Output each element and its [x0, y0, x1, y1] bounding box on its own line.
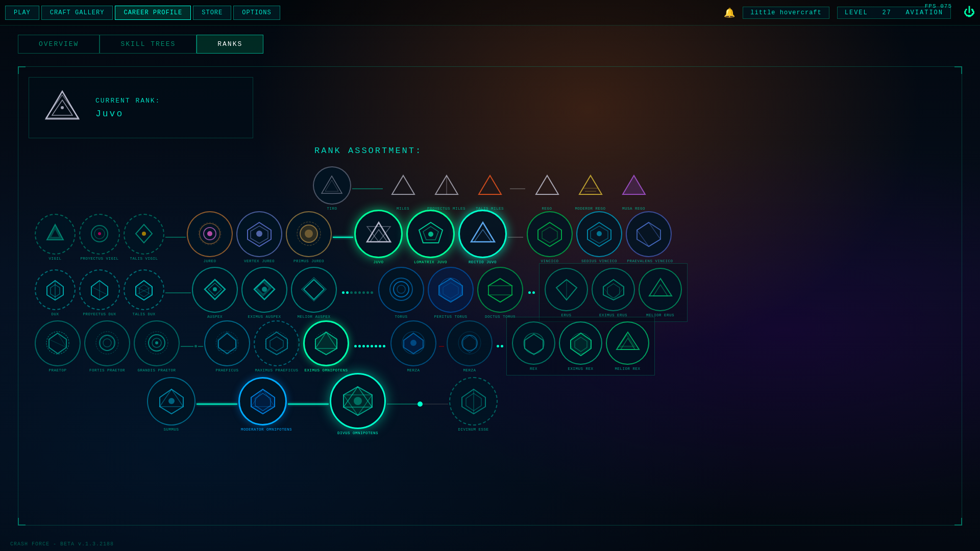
- rank-divus-omnipotens[interactable]: DIVUS OMNIPOTENS: [330, 373, 386, 435]
- svg-marker-5: [325, 180, 338, 191]
- power-icon[interactable]: ⏻: [964, 6, 975, 19]
- connector-divus-divinum: [387, 404, 418, 405]
- rank-talis-dux[interactable]: TALIS DUX: [124, 269, 164, 316]
- svg-point-68: [394, 282, 409, 297]
- rank-doctus-torus[interactable]: DOCTUS TORUS: [477, 267, 523, 319]
- rank-proyectus-miles[interactable]: PROYECTUS MILES: [427, 166, 465, 211]
- rank-musa-rego[interactable]: MUSA REGO: [615, 166, 653, 211]
- nav-store[interactable]: STORE: [193, 6, 231, 20]
- rank-talis-vigil[interactable]: TALIS VIGIL: [124, 214, 164, 261]
- tab-bar: OVERVIEW SKILL TREES RANKS: [18, 35, 263, 54]
- rank-melior-erus[interactable]: MELIOR ERUS: [639, 268, 682, 317]
- svg-point-87: [100, 335, 115, 350]
- current-rank-name: Juvo: [95, 109, 160, 119]
- rank-auspex[interactable]: AUSPEX: [192, 267, 238, 319]
- rank-tiro[interactable]: TIRO: [313, 166, 351, 211]
- rank-praeficus[interactable]: PRAEFICUS: [204, 320, 250, 372]
- rank-peritus-torus[interactable]: PERITUS TORUS: [428, 267, 474, 319]
- rank-juvo[interactable]: JUVO: [354, 210, 403, 264]
- current-rank-label: CURRENT RANK:: [95, 97, 160, 105]
- rank-eximus-omnipotens-rank3[interactable]: EXIMUS OMNIPOTENS: [303, 320, 349, 372]
- rank-eximus-rex[interactable]: EXIMUS REX: [559, 321, 602, 371]
- rank-proyectus-dux[interactable]: PROYECTUS DUX: [79, 269, 120, 316]
- svg-marker-6: [392, 176, 414, 194]
- rank-sedius-vincico[interactable]: SEDIUS VINCICO: [576, 211, 622, 263]
- rank-grandis-praetor[interactable]: GRANDIS PRAETOR: [134, 320, 180, 372]
- tab-ranks[interactable]: RANKS: [197, 35, 263, 54]
- svg-marker-11: [536, 176, 558, 194]
- rank-rectio-juvo[interactable]: RECTIO JUVO: [458, 210, 507, 264]
- rank-merza2[interactable]: MERZA: [447, 320, 493, 372]
- svg-marker-99: [270, 337, 283, 351]
- svg-marker-18: [49, 227, 60, 238]
- svg-point-3: [61, 106, 64, 109]
- category-label: AVIATION: [905, 9, 943, 16]
- rank-moderor-rego[interactable]: MODEROR REGO: [571, 166, 609, 211]
- svg-marker-65: [304, 280, 324, 299]
- rank-jureo[interactable]: JUREO: [187, 211, 233, 263]
- svg-marker-16: [623, 176, 645, 194]
- svg-point-119: [168, 398, 175, 404]
- tab-overview[interactable]: OVERVIEW: [18, 35, 100, 54]
- connector-praetor-praeficus: [181, 346, 193, 347]
- progress-dot: [418, 402, 423, 407]
- svg-marker-43: [542, 227, 557, 243]
- rank-melior-rex[interactable]: MELIOR REX: [606, 321, 649, 371]
- svg-marker-108: [463, 335, 476, 353]
- rank-miles[interactable]: MILES: [384, 166, 422, 211]
- top-navigation: PLAY CRAFT GALLERY CAREER PROFILE STORE …: [0, 0, 980, 26]
- rank-rego[interactable]: REGO: [528, 166, 566, 211]
- rank-talis-miles[interactable]: TALIS MILES: [471, 166, 509, 211]
- notification-bell-icon[interactable]: 🔔: [724, 7, 735, 18]
- svg-marker-48: [637, 222, 660, 246]
- rank-merza1[interactable]: MERZA: [390, 320, 436, 372]
- svg-point-26: [207, 231, 212, 236]
- svg-point-69: [397, 285, 405, 293]
- svg-point-64: [262, 287, 267, 292]
- current-rank-icon: [39, 85, 85, 131]
- nav-career-profile[interactable]: CAREER PROFILE: [115, 6, 191, 20]
- rank-maximus-praeficus[interactable]: MAXIMUS PRAEFICUS: [254, 320, 300, 372]
- svg-marker-34: [367, 222, 390, 242]
- nav-craft-gallery[interactable]: CRAFT GALLERY: [41, 6, 113, 20]
- rank-vigil[interactable]: VIGIL: [35, 214, 76, 261]
- main-content-area: CURRENT RANK: Juvo RANK ASSORTMENT: TIRO: [18, 66, 962, 525]
- tab-skill-trees[interactable]: SKILL TREES: [100, 35, 197, 54]
- svg-point-39: [428, 232, 433, 237]
- rank-erus[interactable]: ERUS: [545, 268, 588, 317]
- rank-rex[interactable]: REX: [512, 321, 555, 371]
- svg-point-30: [256, 231, 262, 237]
- svg-point-109: [524, 333, 544, 354]
- rank-lomatrix-juvo[interactable]: LOMATRIX JUVO: [406, 210, 455, 264]
- rank-vertex-jureo[interactable]: VERTEX JUREO: [236, 211, 282, 263]
- rank-torus[interactable]: TORUS: [378, 267, 424, 319]
- rank-praetor[interactable]: PRAETОР: [35, 320, 81, 372]
- connector-miles-rego: [510, 188, 525, 189]
- rank-eximus-auspex[interactable]: EXIMUS AUSPEX: [241, 267, 287, 319]
- level-label: LEVEL: [845, 9, 868, 16]
- connector-vigil-jureo: [165, 237, 186, 238]
- svg-marker-85: [49, 333, 66, 347]
- svg-point-23: [142, 232, 146, 236]
- connector-to-divinum: [423, 404, 448, 405]
- connector-jureo-juvo: [333, 237, 353, 238]
- connector-tiro-miles: [352, 188, 383, 189]
- dot-praetor-1: [194, 345, 197, 347]
- rank-primus-jureo[interactable]: PRIMUS JUREO: [286, 211, 332, 263]
- svg-point-105: [410, 340, 416, 346]
- rank-summus[interactable]: SUMMUS: [147, 377, 195, 432]
- rank-fortis-praetor[interactable]: FORTIS PRAETOR: [84, 320, 130, 372]
- nav-options[interactable]: OPTIONS: [233, 6, 280, 20]
- nav-play[interactable]: PLAY: [5, 6, 39, 20]
- rank-dux[interactable]: DUX: [35, 269, 76, 316]
- rank-proyectus-vigil[interactable]: PROYECTUS VIGIL: [79, 214, 120, 261]
- svg-point-83: [46, 332, 69, 354]
- connector-juvo-vincico: [508, 237, 523, 238]
- rank-moderator-omnipotens[interactable]: MODERATOR OMNIPOTENS: [238, 377, 287, 432]
- rank-eximus-erus[interactable]: EXIMUS ERUS: [592, 268, 635, 317]
- rank-divinum-esse[interactable]: DIVINUM ESSE: [449, 377, 498, 432]
- rank-praevalens-vincico[interactable]: PRAEVALENS VINCICO: [626, 211, 672, 263]
- svg-marker-66: [302, 278, 326, 301]
- rank-vincico[interactable]: VINCICO: [527, 211, 573, 263]
- rank-melior-auspex[interactable]: MELIOR AUSPEX: [291, 267, 337, 319]
